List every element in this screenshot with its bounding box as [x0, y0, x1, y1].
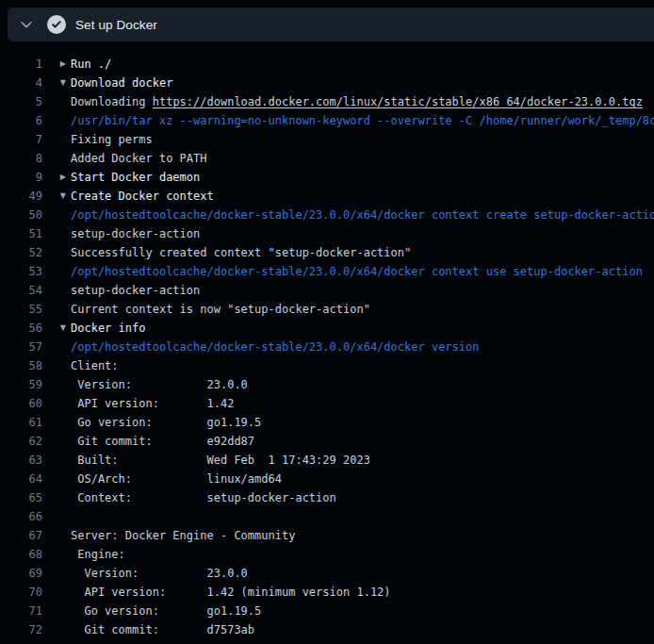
log-group-line[interactable]: 56▼Docker info	[0, 319, 654, 338]
log-text: Downloading https://download.docker.com/…	[71, 92, 643, 111]
line-number[interactable]: 6	[8, 111, 42, 130]
log-text: Added Docker to PATH	[71, 149, 207, 168]
line-number[interactable]: 69	[8, 564, 42, 583]
line-number[interactable]: 71	[8, 602, 42, 620]
log-text: Engine:	[71, 545, 125, 564]
log-group-title[interactable]: Download docker	[71, 74, 172, 92]
log-line: 58Client:	[0, 356, 654, 375]
log-command-text: /opt/hostedtoolcache/docker-stable/23.0.…	[71, 262, 643, 281]
log-line: 51setup-docker-action	[0, 224, 654, 243]
line-number[interactable]: 53	[8, 262, 42, 281]
log-line: 59 Version: 23.0.0	[0, 375, 654, 394]
log-line: 65 Context: setup-docker-action	[0, 488, 654, 507]
log-line: 5Downloading https://download.docker.com…	[0, 92, 654, 111]
log-line: 66	[0, 507, 654, 526]
log-line: 8Added Docker to PATH	[0, 149, 654, 168]
log-text: Context: setup-docker-action	[71, 488, 336, 507]
log-line: 72 Git commit: d7573ab	[0, 620, 654, 639]
log-group-title[interactable]: Run ./	[71, 55, 111, 74]
log-group-line[interactable]: 49▼Create Docker context	[0, 187, 654, 206]
line-number[interactable]: 63	[8, 451, 42, 470]
log-lines: 1▶Run ./4▼Download docker5Downloading ht…	[0, 41, 654, 644]
log-text: setup-docker-action	[71, 281, 200, 300]
line-number[interactable]: 65	[8, 488, 42, 507]
log-text: Version: 23.0.0	[71, 564, 248, 583]
log-line: 63 Built: Wed Feb 1 17:43:29 2023	[0, 451, 654, 470]
line-number[interactable]: 60	[8, 394, 42, 413]
line-number[interactable]: 66	[8, 507, 42, 526]
log-text: Current context is now "setup-docker-act…	[71, 300, 370, 319]
log-text: Version: 23.0.0	[71, 375, 248, 394]
line-number[interactable]: 5	[8, 92, 42, 111]
log-text: Go version: go1.19.5	[71, 413, 261, 432]
chevron-down-icon[interactable]	[19, 17, 34, 32]
line-number[interactable]: 7	[8, 130, 42, 149]
line-number[interactable]: 54	[8, 281, 42, 300]
line-number[interactable]: 59	[8, 375, 42, 394]
log-text: Downloading	[71, 95, 153, 108]
log-line: 55Current context is now "setup-docker-a…	[0, 300, 654, 319]
log-group-title[interactable]: Start Docker daemon	[71, 168, 200, 187]
line-number[interactable]: 67	[8, 526, 42, 545]
line-number[interactable]: 8	[8, 149, 42, 168]
log-line: 60 API version: 1.42	[0, 394, 654, 413]
log-text: Go version: go1.19.5	[71, 602, 261, 620]
line-number[interactable]: 55	[8, 300, 42, 319]
log-line: 52Successfully created context "setup-do…	[0, 243, 654, 262]
line-number[interactable]: 49	[8, 187, 42, 206]
log-line: 61 Go version: go1.19.5	[0, 413, 654, 432]
log-group-title[interactable]: Create Docker context	[71, 187, 214, 206]
line-number[interactable]: 4	[8, 74, 42, 92]
line-number[interactable]: 62	[8, 432, 42, 451]
log-command-text: /opt/hostedtoolcache/docker-stable/23.0.…	[71, 206, 654, 224]
log-command-text: /opt/hostedtoolcache/docker-stable/23.0.…	[71, 338, 479, 356]
log-line: 7Fixing perms	[0, 130, 654, 149]
log-text: Successfully created context "setup-dock…	[71, 243, 411, 262]
log-text: setup-docker-action	[71, 224, 200, 243]
log-line: 54setup-docker-action	[0, 281, 654, 300]
triangle-right-icon[interactable]: ▶	[42, 168, 71, 187]
line-number[interactable]: 50	[8, 206, 42, 224]
line-number[interactable]: 56	[8, 319, 42, 338]
triangle-down-icon[interactable]: ▼	[42, 187, 71, 206]
log-line: 70 API version: 1.42 (minimum version 1.…	[0, 583, 654, 602]
log-line: 68 Engine:	[0, 545, 654, 564]
triangle-right-icon[interactable]: ▶	[42, 55, 71, 74]
log-link[interactable]: https://download.docker.com/linux/static…	[153, 95, 643, 108]
line-number[interactable]: 9	[8, 168, 42, 187]
log-text: API version: 1.42	[71, 394, 234, 413]
log-line: 53/opt/hostedtoolcache/docker-stable/23.…	[0, 262, 654, 281]
step-title: Set up Docker	[75, 18, 157, 32]
line-number[interactable]: 58	[8, 356, 42, 375]
line-number[interactable]: 61	[8, 413, 42, 432]
log-line: 50/opt/hostedtoolcache/docker-stable/23.…	[0, 206, 654, 224]
log-group-title[interactable]: Docker info	[71, 319, 145, 338]
log-line: 67Server: Docker Engine - Community	[0, 526, 654, 545]
line-number[interactable]: 70	[8, 583, 42, 602]
log-line: 62 Git commit: e92dd87	[0, 432, 654, 451]
line-number[interactable]: 51	[8, 224, 42, 243]
triangle-down-icon[interactable]: ▼	[42, 74, 71, 92]
log-text: Built: Wed Feb 1 17:43:29 2023	[71, 451, 370, 470]
log-text: Git commit: d7573ab	[71, 620, 254, 639]
log-group-line[interactable]: 9▶Start Docker daemon	[0, 168, 654, 187]
line-number[interactable]: 68	[8, 545, 42, 564]
log-line: 71 Go version: go1.19.5	[0, 602, 654, 620]
log-line: 57/opt/hostedtoolcache/docker-stable/23.…	[0, 338, 654, 356]
triangle-down-icon[interactable]: ▼	[42, 319, 71, 338]
log-group-line[interactable]: 4▼Download docker	[0, 74, 654, 92]
log-text: OS/Arch: linux/amd64	[71, 470, 282, 488]
line-number[interactable]: 57	[8, 338, 42, 356]
log-group-line[interactable]: 1▶Run ./	[0, 55, 654, 74]
line-number[interactable]: 72	[8, 620, 42, 639]
line-number[interactable]: 64	[8, 470, 42, 488]
log-line: 64 OS/Arch: linux/amd64	[0, 470, 654, 488]
log-text: Fixing perms	[71, 130, 153, 149]
line-number[interactable]: 1	[8, 55, 42, 74]
log-line: 69 Version: 23.0.0	[0, 564, 654, 583]
check-circle-icon	[47, 15, 66, 34]
line-number[interactable]: 52	[8, 243, 42, 262]
log-text: Server: Docker Engine - Community	[71, 526, 295, 545]
log-text: Client:	[71, 356, 119, 375]
step-header[interactable]: Set up Docker	[8, 8, 654, 41]
